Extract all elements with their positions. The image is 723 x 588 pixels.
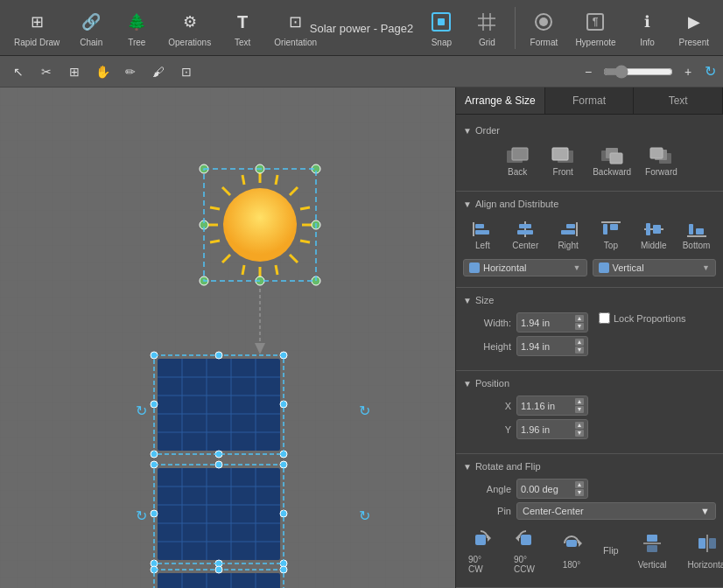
height-input[interactable]: 1.94 in ▲ ▼ [516,336,588,356]
angle-up[interactable]: ▲ [575,481,584,488]
text-label: Text [235,38,250,47]
svg-rect-124 [687,235,706,237]
svg-rect-138 [709,538,716,549]
flip-horizontal-button[interactable]: Horizontal [683,528,723,572]
x-down[interactable]: ▼ [575,406,584,413]
order-title: Order [475,125,500,136]
y-input[interactable]: 1.96 in ▲ ▼ [516,419,588,439]
toolbar-orientation[interactable]: ⊡ Orientation [267,4,324,51]
zoom-slider-input[interactable] [603,65,673,79]
x-input[interactable]: 11.16 in ▲ ▼ [516,396,588,416]
tab-arrange[interactable]: Arrange & Size [456,88,545,114]
tab-format[interactable]: Format [545,88,635,114]
svg-rect-130 [521,535,531,545]
hand-tool[interactable]: ✋ [91,60,114,83]
y-spinner[interactable]: ▲ ▼ [575,422,584,437]
order-section-body: Back Front [456,139,723,187]
toolbar-info[interactable]: ℹ Info [627,4,669,51]
chain-icon: 🔗 [77,8,105,36]
tab-text[interactable]: Text [634,88,723,114]
flip-vertical-button[interactable]: Vertical [633,528,672,572]
angle-spinner[interactable]: ▲ ▼ [575,481,584,496]
toolbar-snap[interactable]: Snap [420,4,462,51]
back-label: Back [508,167,527,177]
angle-value[interactable]: 0.00 deg [521,484,573,494]
vertical-dropdown[interactable]: Vertical ▼ [593,259,717,276]
align-section-header[interactable]: ▼ Align and Distribute [456,195,723,213]
width-down[interactable]: ▼ [575,323,584,330]
zoom-plus-button[interactable]: + [677,60,699,83]
angle-input[interactable]: 0.00 deg ▲ ▼ [516,479,588,499]
position-section-header[interactable]: ▼ Position [456,374,723,392]
width-spinner[interactable]: ▲ ▼ [575,315,584,330]
toolbar-format[interactable]: Format [523,4,565,51]
angle-label: Angle [463,484,511,494]
toolbar-tree[interactable]: 🌲 Tree [116,4,158,51]
x-value[interactable]: 11.16 in [521,401,573,411]
horizontal-dropdown[interactable]: Horizontal ▼ [463,259,587,276]
toolbar-chain[interactable]: 🔗 Chain [70,4,112,51]
height-value[interactable]: 1.94 in [521,341,573,352]
back-button[interactable]: Back [498,143,537,180]
forward-button[interactable]: Forward [642,143,681,180]
rotate-section-header[interactable]: ▼ Rotate and Flip [456,458,723,475]
toolbar-operations[interactable]: ⚙ Operations [161,4,218,51]
y-up[interactable]: ▲ [575,422,584,429]
align-buttons-row: Left Center [463,216,716,254]
align-left-button[interactable]: Left [463,216,502,254]
svg-text:↻: ↻ [136,403,147,418]
width-value[interactable]: 1.94 in [521,318,573,328]
toolbar-grid[interactable]: Grid [466,4,508,51]
svg-rect-100 [512,148,528,160]
text-icon: T [228,8,256,36]
toolbar-text[interactable]: T Text [221,4,263,51]
svg-line-20 [276,175,277,185]
canvas[interactable]: ↻ ↻ ↻ ↻ ↻ ↻ [0,88,455,588]
svg-line-22 [276,265,277,275]
scissors-tool[interactable]: ✂ [35,60,58,83]
lock-proportions-input[interactable] [599,312,610,324]
crop-tool[interactable]: ⊡ [175,60,198,83]
align-middle-button[interactable]: Middle [635,216,673,254]
align-bottom-button[interactable]: Bottom [677,216,716,254]
refresh-indicator: ↻ [705,63,716,80]
pointer-tool[interactable]: ↖ [7,60,30,83]
x-up[interactable]: ▲ [575,398,584,405]
lock-proportions-checkbox[interactable]: Lock Proportions [599,312,686,324]
angle-row: Angle 0.00 deg ▲ ▼ [463,479,716,499]
size-section-header[interactable]: ▼ Size [456,291,723,309]
node-tool[interactable]: ⊞ [63,60,86,83]
zoom-minus-button[interactable]: − [577,60,600,83]
order-section-header[interactable]: ▼ Order [456,122,723,139]
height-down[interactable]: ▼ [575,346,584,354]
tree-icon: 🌲 [123,8,151,36]
toolbar-present[interactable]: ▶ Present [672,4,716,51]
rotate-cw-button[interactable]: 90° CW [463,523,498,577]
pen-tool[interactable]: ✏ [119,60,142,83]
width-up[interactable]: ▲ [575,315,584,322]
x-spinner[interactable]: ▲ ▼ [575,398,584,413]
toolbar-rapid-draw[interactable]: ⊞ Rapid Draw [7,4,67,51]
backward-label: Backward [593,167,631,177]
align-top-button[interactable]: Top [592,216,630,254]
rotate-ccw-button[interactable]: 90° CCW [509,523,544,577]
svg-rect-110 [475,224,484,228]
paint-tool[interactable]: 🖌 [147,60,170,83]
front-button[interactable]: Front [544,143,582,180]
y-down[interactable]: ▼ [575,430,584,437]
toolbar-hypernote[interactable]: ¶ Hypernote [568,4,622,51]
angle-down[interactable]: ▼ [575,489,584,496]
align-right-button[interactable]: Right [549,216,587,254]
rotate-180-button[interactable]: 180° [554,528,589,572]
solar-panel-3 [151,566,287,588]
pin-dropdown[interactable]: Center-Center ▼ [516,502,716,520]
svg-text:↻: ↻ [359,403,370,418]
align-center-button[interactable]: Center [506,216,544,254]
height-up[interactable]: ▲ [575,339,584,346]
backward-button[interactable]: Backward [589,143,635,180]
svg-rect-125 [689,224,693,234]
width-input[interactable]: 1.94 in ▲ ▼ [516,312,588,332]
align-bottom-label: Bottom [683,241,711,250]
y-value[interactable]: 1.96 in [521,424,573,435]
height-spinner[interactable]: ▲ ▼ [575,339,584,354]
